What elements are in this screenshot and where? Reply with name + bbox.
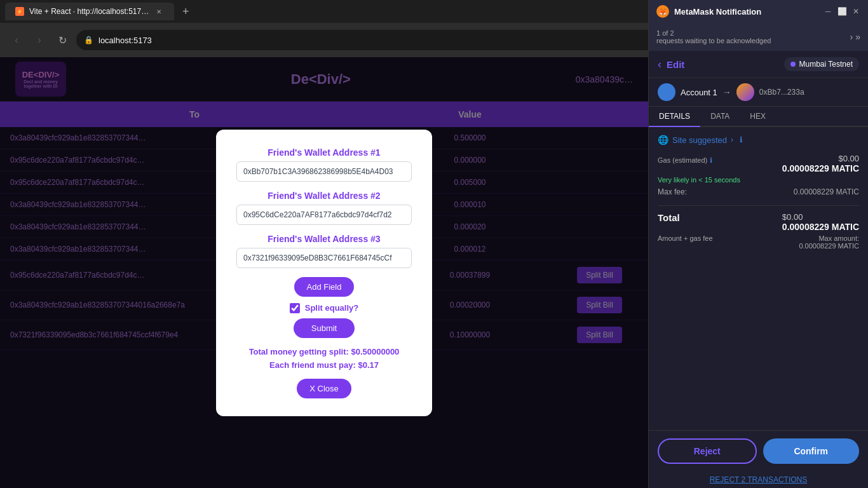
close-button[interactable]: X Close: [297, 379, 351, 398]
mm-gas-info-icon[interactable]: ℹ: [710, 156, 712, 164]
new-tab-button[interactable]: +: [177, 3, 194, 20]
mm-gas-label: Gas (estimated) ℹ: [658, 155, 712, 165]
mm-actions: Reject Confirm: [649, 430, 868, 471]
mm-amountgas-label: Amount + gas fee: [658, 234, 713, 250]
mm-title: MetaMask Notification: [674, 7, 818, 17]
split-equally-label: Split equally?: [305, 303, 359, 313]
tab-title: Vite + React · http://localhost:517…: [29, 7, 149, 16]
mm-counter: 1 of 2 requests waiting to be acknowledg…: [656, 29, 771, 44]
app-area: DE<DIV/> Decl and money together with Di…: [0, 57, 648, 488]
mm-account-arrow-icon: →: [722, 87, 731, 97]
mm-maxfee-value: 0.00008229 MATIC: [794, 187, 859, 196]
mm-info-icon[interactable]: ℹ: [740, 135, 743, 144]
friend3-label: Friend's Wallet Address #3: [236, 234, 412, 244]
split-bill-modal: Friend's Wallet Address #1 Friend's Wall…: [216, 130, 432, 416]
mm-next-arrow[interactable]: »: [855, 32, 860, 42]
mm-globe-icon: 🌐: [658, 135, 668, 145]
split-equally-checkbox[interactable]: [290, 303, 300, 313]
mm-window-buttons: ─ ⬜ ✕: [824, 7, 860, 16]
mm-total-matic: 0.00008229 MATIC: [782, 222, 859, 232]
friend2-label: Friend's Wallet Address #2: [236, 191, 412, 201]
mm-likely-label: Very likely in < 15 seconds: [658, 176, 859, 184]
mm-titlebar: 🦊 MetaMask Notification ─ ⬜ ✕: [649, 0, 868, 23]
friend3-input[interactable]: [236, 248, 412, 268]
mm-gas-value: $0.00 0.00008229 MATIC: [782, 154, 859, 173]
mm-site-chevron-icon: ›: [731, 135, 733, 144]
friend1-input[interactable]: [236, 161, 412, 182]
mm-maxamount: Max amount: 0.00008229 MATIC: [799, 234, 859, 250]
mm-header: ‹ Edit Mumbai Testnet: [649, 51, 868, 78]
mm-edit-label[interactable]: Edit: [667, 59, 684, 70]
split-equally-row: Split equally?: [236, 303, 412, 313]
mm-back-button[interactable]: ‹: [658, 58, 661, 71]
add-field-button[interactable]: Add Field: [294, 277, 355, 297]
refresh-button[interactable]: ↻: [53, 31, 71, 49]
mm-site-row: 🌐 Site suggested › ℹ: [658, 135, 859, 145]
mm-restore-button[interactable]: ⬜: [837, 7, 846, 16]
mm-account-address: 0xBb7...233a: [759, 88, 804, 97]
mm-account-row: Account 1 → 0xBb7...233a: [649, 78, 868, 107]
mm-body: 🌐 Site suggested › ℹ Gas (estimated) ℹ $…: [649, 127, 868, 430]
mm-reject-all-button[interactable]: REJECT 2 TRANSACTIONS: [649, 471, 868, 488]
mm-gas-row: Gas (estimated) ℹ $0.00 0.00008229 MATIC: [658, 154, 859, 173]
mm-account-name: Account 1: [681, 88, 717, 97]
mm-account-icon: [658, 83, 675, 101]
mm-tab-hex[interactable]: HEX: [740, 107, 776, 127]
mm-network-badge: Mumbai Testnet: [784, 57, 860, 71]
mm-nav: 1 of 2 requests waiting to be acknowledg…: [649, 23, 868, 51]
modal-overlay: Friend's Wallet Address #1 Friend's Wall…: [0, 57, 648, 488]
forward-button[interactable]: ›: [31, 31, 48, 49]
mm-maxfee-label: Max fee:: [658, 187, 687, 196]
mm-minimize-button[interactable]: ─: [824, 7, 832, 16]
mm-network-dot-icon: [790, 62, 796, 67]
mm-tab-data[interactable]: DATA: [700, 107, 740, 127]
mm-confirm-button[interactable]: Confirm: [763, 438, 860, 464]
mm-nav-arrows: › »: [850, 32, 860, 42]
total-line: Total money getting split: $0.50000000: [236, 347, 412, 356]
pay-line: Each friend must pay: $0.17: [236, 360, 412, 370]
friend1-label: Friend's Wallet Address #1: [236, 147, 412, 158]
submit-button[interactable]: Submit: [294, 318, 355, 338]
mm-close-button[interactable]: ✕: [851, 7, 860, 16]
mm-reject-button[interactable]: Reject: [658, 438, 757, 464]
mm-prev-arrow[interactable]: ›: [850, 32, 853, 42]
mm-divider: [658, 205, 859, 206]
friend2-input[interactable]: [236, 205, 412, 225]
metamask-logo-icon: 🦊: [656, 5, 669, 18]
metamask-panel: 🦊 MetaMask Notification ─ ⬜ ✕ 1 of 2 req…: [648, 0, 868, 488]
back-button[interactable]: ‹: [8, 31, 25, 49]
active-tab[interactable]: ⚡ Vite + React · http://localhost:517… ✕: [5, 3, 174, 20]
tab-close-button[interactable]: ✕: [154, 6, 164, 17]
mm-amountgas-row: Amount + gas fee Max amount: 0.00008229 …: [658, 234, 859, 250]
mm-tab-details[interactable]: DETAILS: [649, 107, 700, 127]
mm-tabs: DETAILS DATA HEX: [649, 107, 868, 127]
tab-favicon: ⚡: [15, 7, 24, 16]
mm-total-usd: $0.00: [782, 212, 859, 222]
mm-total-label: Total: [658, 212, 680, 223]
mm-site-suggested: Site suggested: [672, 135, 727, 145]
security-icon: 🔒: [84, 36, 93, 44]
mm-maxfee-row: Max fee: 0.00008229 MATIC: [658, 187, 859, 196]
mm-network-name: Mumbai Testnet: [799, 60, 853, 69]
mm-account-icon2: [736, 83, 754, 101]
mm-total-row: Total $0.00 0.00008229 MATIC: [658, 212, 859, 232]
